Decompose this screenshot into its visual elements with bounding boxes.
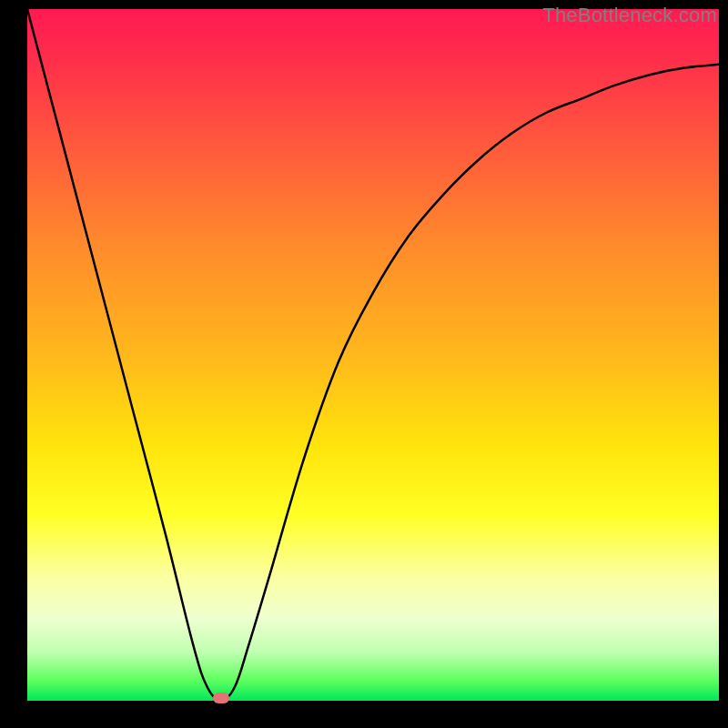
- plot-area: [27, 9, 719, 701]
- bottleneck-curve: [27, 9, 719, 701]
- chart-frame: TheBottleneck.com: [0, 0, 728, 728]
- watermark-label: TheBottleneck.com: [542, 4, 717, 27]
- minimum-marker: [213, 693, 229, 703]
